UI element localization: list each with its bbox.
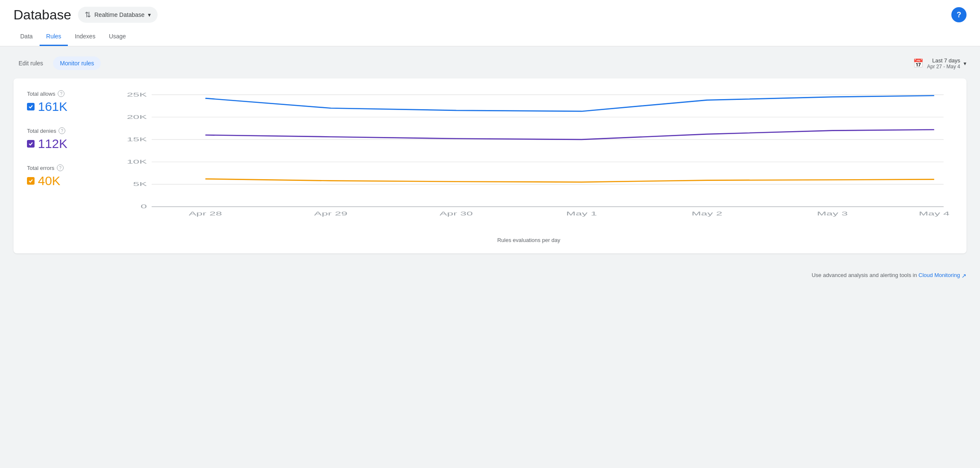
- external-link-icon: ↗: [961, 272, 967, 279]
- allows-checkbox[interactable]: [27, 103, 35, 110]
- errors-checkbox[interactable]: [27, 177, 35, 185]
- svg-text:0: 0: [141, 204, 147, 210]
- date-range-sub: Apr 27 - May 4: [927, 64, 960, 70]
- svg-text:Apr 28: Apr 28: [189, 211, 222, 217]
- legend-denies: Total denies ? 112K: [27, 127, 94, 151]
- errors-label: Total errors: [27, 165, 54, 171]
- main-content: Edit rules Monitor rules 📅 Last 7 days A…: [0, 46, 980, 264]
- denies-help-icon[interactable]: ?: [59, 127, 65, 134]
- svg-text:15K: 15K: [127, 137, 147, 143]
- db-selector-button[interactable]: ⇅ Realtime Database ▾: [78, 7, 158, 23]
- tab-data[interactable]: Data: [13, 28, 40, 46]
- denies-checkbox[interactable]: [27, 140, 35, 148]
- svg-text:25K: 25K: [127, 91, 147, 97]
- help-icon[interactable]: ?: [951, 7, 967, 22]
- svg-text:5K: 5K: [133, 181, 147, 187]
- tab-indexes[interactable]: Indexes: [68, 28, 102, 46]
- chart-card: Total allows ? 161K Total denies ?: [13, 78, 967, 253]
- yellow-line: [205, 179, 934, 182]
- header-row: Database ⇅ Realtime Database ▾ ?: [13, 7, 967, 28]
- page-title: Database: [13, 7, 71, 23]
- chart-area: 25K 20K 15K 10K 5K 0 Apr 28 Apr 29 Apr 3…: [104, 90, 953, 243]
- chevron-down-icon: ▾: [148, 11, 151, 18]
- cloud-monitoring-label: Cloud Monitoring: [918, 272, 960, 278]
- calendar-icon: 📅: [913, 58, 924, 68]
- controls-row: Edit rules Monitor rules 📅 Last 7 days A…: [13, 56, 967, 70]
- edit-rules-button[interactable]: Edit rules: [13, 56, 48, 70]
- svg-text:20K: 20K: [127, 114, 147, 120]
- allows-label: Total allows: [27, 91, 55, 97]
- nav-tabs: Data Rules Indexes Usage: [13, 28, 967, 46]
- footer-text: Use advanced analysis and alerting tools…: [811, 272, 917, 278]
- chevron-down-icon: ▾: [964, 60, 967, 67]
- svg-text:May 2: May 2: [691, 211, 722, 217]
- allows-help-icon[interactable]: ?: [58, 90, 64, 97]
- errors-value: 40K: [38, 174, 60, 188]
- monitor-rules-button[interactable]: Monitor rules: [53, 56, 101, 70]
- date-label: Last 7 days Apr 27 - May 4: [927, 57, 960, 70]
- db-selector-icon: ⇅: [85, 10, 91, 19]
- svg-text:May 3: May 3: [817, 211, 848, 217]
- errors-help-icon[interactable]: ?: [57, 164, 64, 171]
- denies-value: 112K: [38, 137, 67, 151]
- controls-left: Edit rules Monitor rules: [13, 56, 101, 70]
- denies-label: Total denies: [27, 128, 56, 134]
- date-range-main: Last 7 days: [927, 57, 960, 64]
- purple-line: [205, 130, 934, 140]
- tab-rules[interactable]: Rules: [40, 28, 68, 46]
- chart-svg: 25K 20K 15K 10K 5K 0 Apr 28 Apr 29 Apr 3…: [104, 90, 953, 234]
- cloud-monitoring-link[interactable]: Cloud Monitoring ↗: [918, 272, 967, 278]
- date-range-selector[interactable]: 📅 Last 7 days Apr 27 - May 4 ▾: [913, 57, 967, 70]
- legend-allows: Total allows ? 161K: [27, 90, 94, 114]
- svg-text:May 1: May 1: [566, 211, 597, 217]
- legend-panel: Total allows ? 161K Total denies ?: [27, 90, 94, 243]
- legend-errors: Total errors ? 40K: [27, 164, 94, 188]
- svg-text:10K: 10K: [127, 159, 147, 165]
- tab-usage[interactable]: Usage: [102, 28, 132, 46]
- svg-text:Apr 30: Apr 30: [439, 211, 473, 217]
- allows-value: 161K: [38, 100, 67, 114]
- db-selector-label: Realtime Database: [94, 11, 145, 18]
- footer-note: Use advanced analysis and alerting tools…: [0, 264, 980, 286]
- chart-container: Total allows ? 161K Total denies ?: [27, 90, 953, 243]
- blue-line: [205, 96, 934, 111]
- top-bar: Database ⇅ Realtime Database ▾ ? Data Ru…: [0, 0, 980, 46]
- svg-text:May 4: May 4: [919, 211, 950, 217]
- svg-text:Apr 29: Apr 29: [314, 211, 348, 217]
- x-axis-label: Rules evaluations per day: [104, 237, 953, 243]
